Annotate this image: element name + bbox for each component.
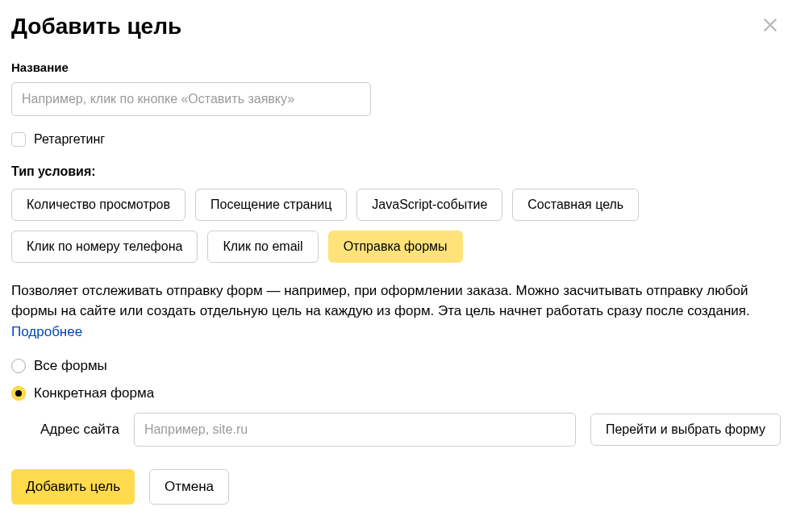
close-button[interactable]: [760, 15, 781, 35]
cancel-button[interactable]: Отмена: [149, 469, 229, 505]
close-icon: [761, 16, 779, 34]
name-input[interactable]: [11, 82, 371, 116]
site-address-label: Адрес сайта: [40, 422, 119, 438]
condition-description: Позволяет отслеживать отправку форм — на…: [11, 281, 781, 343]
condition-type-group: Количество просмотров Посещение страниц …: [11, 189, 781, 263]
radio-specific-form-label[interactable]: Конкретная форма: [34, 385, 154, 401]
choose-form-button[interactable]: Перейти и выбрать форму: [590, 414, 781, 446]
add-goal-button[interactable]: Добавить цель: [11, 469, 135, 505]
name-label: Название: [11, 60, 781, 74]
type-option-form-submit[interactable]: Отправка формы: [328, 231, 463, 263]
type-option-phone-click[interactable]: Клик по номеру телефона: [11, 231, 198, 263]
type-option-jsevent[interactable]: JavaScript-событие: [356, 189, 502, 221]
radio-all-forms[interactable]: [11, 359, 26, 373]
type-option-views[interactable]: Количество просмотров: [11, 189, 185, 221]
dialog-title: Добавить цель: [11, 15, 181, 39]
type-option-email-click[interactable]: Клик по email: [207, 231, 318, 263]
condition-type-label: Тип условия:: [11, 164, 781, 179]
learn-more-link[interactable]: Подробнее: [11, 324, 82, 339]
retargeting-checkbox[interactable]: [11, 132, 26, 147]
radio-specific-form[interactable]: [11, 386, 26, 401]
radio-all-forms-label[interactable]: Все формы: [34, 358, 107, 374]
type-option-composite[interactable]: Составная цель: [512, 189, 639, 221]
retargeting-label[interactable]: Ретаргетинг: [34, 132, 105, 147]
description-text: Позволяет отслеживать отправку форм — на…: [11, 283, 750, 319]
type-option-pagevisit[interactable]: Посещение страниц: [195, 189, 347, 221]
site-address-input[interactable]: [134, 413, 576, 447]
